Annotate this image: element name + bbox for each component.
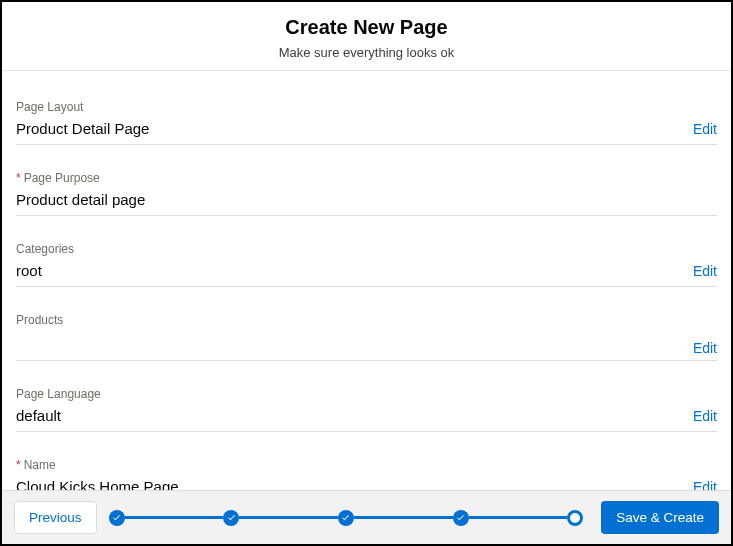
field-value: default: [16, 407, 683, 427]
field-products: Products Edit: [16, 313, 717, 361]
required-asterisk: *: [16, 171, 21, 185]
dialog-subtitle: Make sure everything looks ok: [2, 45, 731, 60]
step-current-icon: [567, 510, 583, 526]
edit-link[interactable]: Edit: [683, 340, 717, 356]
progress-bar: [239, 516, 338, 519]
progress-bar: [469, 516, 568, 519]
progress-bar: [354, 516, 453, 519]
field-value: [16, 333, 683, 353]
field-label: *Name: [16, 458, 717, 472]
field-page-purpose: *Page Purpose Product detail page: [16, 171, 717, 216]
step-complete-icon: [338, 510, 354, 526]
dialog-header: Create New Page Make sure everything loo…: [2, 2, 731, 71]
step-complete-icon: [223, 510, 239, 526]
dialog-footer: Previous Save & Create: [2, 490, 731, 544]
edit-link[interactable]: Edit: [683, 121, 717, 137]
step-complete-icon: [109, 510, 125, 526]
field-value: root: [16, 262, 683, 282]
field-label: Page Language: [16, 387, 717, 401]
field-label: Products: [16, 313, 717, 327]
form-scroll-area[interactable]: Page Layout Product Detail Page Edit *Pa…: [2, 80, 731, 490]
field-label: Categories: [16, 242, 717, 256]
required-asterisk: *: [16, 458, 21, 472]
dialog-title: Create New Page: [2, 16, 731, 39]
field-label: *Page Purpose: [16, 171, 717, 185]
edit-link[interactable]: Edit: [683, 408, 717, 424]
field-categories: Categories root Edit: [16, 242, 717, 287]
edit-link[interactable]: Edit: [683, 479, 717, 490]
progress-indicator: [109, 510, 584, 526]
progress-bar: [125, 516, 224, 519]
field-value: Product Detail Page: [16, 120, 683, 140]
previous-button[interactable]: Previous: [14, 501, 97, 534]
field-name: *Name Cloud Kicks Home Page Edit: [16, 458, 717, 490]
save-create-button[interactable]: Save & Create: [601, 501, 719, 534]
field-label: Page Layout: [16, 100, 717, 114]
field-value: Product detail page: [16, 191, 707, 211]
step-complete-icon: [453, 510, 469, 526]
field-page-language: Page Language default Edit: [16, 387, 717, 432]
edit-link[interactable]: Edit: [683, 263, 717, 279]
field-page-layout: Page Layout Product Detail Page Edit: [16, 100, 717, 145]
field-value: Cloud Kicks Home Page: [16, 478, 683, 490]
